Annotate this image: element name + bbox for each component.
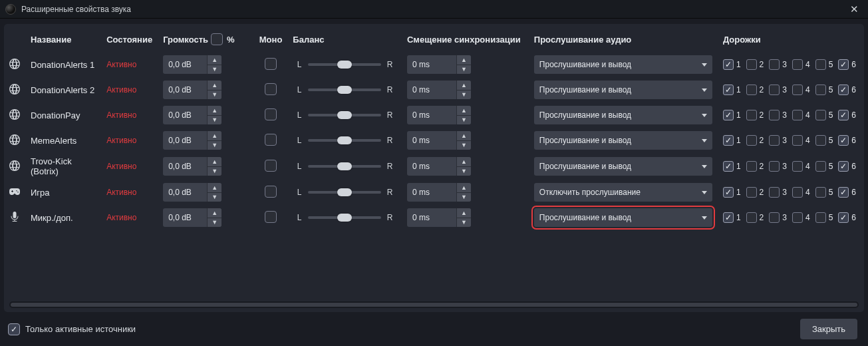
track-4-checkbox[interactable] [792, 187, 803, 198]
track-6-checkbox[interactable] [838, 212, 849, 223]
balance-slider[interactable] [308, 84, 381, 96]
chevron-down-icon[interactable]: ▼ [208, 65, 221, 75]
chevron-down-icon[interactable]: ▼ [457, 167, 471, 176]
track-2-checkbox[interactable] [746, 161, 757, 172]
monitoring-select[interactable]: Прослушивание и вывод [534, 81, 712, 99]
track-4-checkbox[interactable] [792, 59, 803, 70]
slider-thumb[interactable] [337, 214, 352, 222]
monitoring-select[interactable]: Прослушивание и вывод [534, 208, 712, 227]
volume-spinbox[interactable]: 0,0 dB▲▼ [163, 131, 221, 150]
chevron-up-icon[interactable]: ▲ [208, 81, 221, 90]
track-1-checkbox[interactable] [723, 85, 734, 95]
track-3-checkbox[interactable] [769, 110, 780, 120]
monitoring-select[interactable]: Прослушивание и вывод [534, 55, 712, 74]
monitoring-select[interactable]: Прослушивание и вывод [534, 131, 712, 150]
chevron-down-icon[interactable]: ▼ [208, 167, 221, 176]
balance-slider[interactable] [308, 186, 381, 198]
chevron-down-icon[interactable]: ▼ [208, 116, 221, 125]
chevron-down-icon[interactable]: ▼ [457, 65, 471, 75]
track-1-checkbox[interactable] [723, 59, 734, 70]
track-5-checkbox[interactable] [815, 212, 826, 223]
track-3-checkbox[interactable] [769, 59, 780, 70]
track-2-checkbox[interactable] [746, 59, 757, 70]
slider-thumb[interactable] [337, 136, 352, 144]
track-5-checkbox[interactable] [815, 161, 826, 172]
track-2-checkbox[interactable] [746, 85, 757, 95]
chevron-up-icon[interactable]: ▲ [208, 183, 221, 193]
slider-thumb[interactable] [337, 86, 352, 94]
volume-spinbox[interactable]: 0,0 dB▲▼ [163, 55, 221, 74]
chevron-up-icon[interactable]: ▲ [457, 157, 471, 167]
track-6-checkbox[interactable] [838, 135, 849, 146]
track-5-checkbox[interactable] [815, 187, 826, 198]
chevron-up-icon[interactable]: ▲ [457, 81, 471, 90]
mono-checkbox[interactable] [265, 83, 277, 95]
track-2-checkbox[interactable] [746, 187, 757, 198]
monitoring-select[interactable]: Прослушивание и вывод [534, 106, 712, 124]
track-3-checkbox[interactable] [769, 161, 780, 172]
track-3-checkbox[interactable] [769, 85, 780, 95]
balance-slider[interactable] [308, 212, 381, 224]
slider-thumb[interactable] [337, 188, 352, 196]
track-5-checkbox[interactable] [815, 135, 826, 146]
close-icon[interactable]: ✕ [846, 3, 863, 15]
slider-thumb[interactable] [337, 111, 352, 119]
track-6-checkbox[interactable] [838, 85, 849, 95]
active-sources-only-checkbox[interactable] [8, 323, 20, 335]
chevron-up-icon[interactable]: ▲ [457, 131, 471, 141]
chevron-up-icon[interactable]: ▲ [208, 55, 221, 65]
mono-checkbox[interactable] [265, 108, 277, 120]
sync-offset-spinbox[interactable]: 0 ms▲▼ [407, 157, 471, 176]
track-4-checkbox[interactable] [792, 85, 803, 95]
chevron-up-icon[interactable]: ▲ [457, 106, 471, 116]
percent-toggle-checkbox[interactable] [211, 33, 223, 45]
chevron-down-icon[interactable]: ▼ [457, 116, 471, 125]
track-6-checkbox[interactable] [838, 110, 849, 120]
sync-offset-spinbox[interactable]: 0 ms▲▼ [407, 131, 471, 150]
track-4-checkbox[interactable] [792, 135, 803, 146]
track-6-checkbox[interactable] [838, 59, 849, 70]
volume-spinbox[interactable]: 0,0 dB▲▼ [163, 106, 221, 124]
track-6-checkbox[interactable] [838, 161, 849, 172]
chevron-down-icon[interactable]: ▼ [208, 141, 221, 150]
mono-checkbox[interactable] [265, 211, 277, 223]
chevron-up-icon[interactable]: ▲ [208, 157, 221, 167]
volume-spinbox[interactable]: 0,0 dB▲▼ [163, 81, 221, 99]
chevron-down-icon[interactable]: ▼ [208, 193, 221, 202]
chevron-down-icon[interactable]: ▼ [457, 218, 471, 228]
chevron-down-icon[interactable]: ▼ [208, 218, 221, 228]
track-4-checkbox[interactable] [792, 110, 803, 120]
volume-spinbox[interactable]: 0,0 dB▲▼ [163, 208, 221, 227]
sync-offset-spinbox[interactable]: 0 ms▲▼ [407, 208, 471, 227]
track-5-checkbox[interactable] [815, 110, 826, 120]
track-2-checkbox[interactable] [746, 135, 757, 146]
chevron-down-icon[interactable]: ▼ [208, 90, 221, 100]
track-3-checkbox[interactable] [769, 135, 780, 146]
track-6-checkbox[interactable] [838, 187, 849, 198]
scrollbar-thumb[interactable] [11, 303, 857, 307]
volume-spinbox[interactable]: 0,0 dB▲▼ [163, 183, 221, 202]
balance-slider[interactable] [308, 109, 381, 121]
track-4-checkbox[interactable] [792, 161, 803, 172]
chevron-down-icon[interactable]: ▼ [457, 141, 471, 150]
chevron-up-icon[interactable]: ▲ [208, 106, 221, 116]
slider-thumb[interactable] [337, 162, 352, 170]
mono-checkbox[interactable] [265, 186, 277, 198]
chevron-up-icon[interactable]: ▲ [457, 208, 471, 218]
track-5-checkbox[interactable] [815, 85, 826, 95]
chevron-down-icon[interactable]: ▼ [457, 90, 471, 100]
sync-offset-spinbox[interactable]: 0 ms▲▼ [407, 55, 471, 74]
close-button[interactable]: Закрыть [800, 319, 857, 339]
monitoring-select[interactable]: Отключить прослушивание [534, 183, 712, 202]
track-2-checkbox[interactable] [746, 212, 757, 223]
chevron-up-icon[interactable]: ▲ [457, 55, 471, 65]
chevron-up-icon[interactable]: ▲ [208, 208, 221, 218]
chevron-up-icon[interactable]: ▲ [457, 183, 471, 193]
track-1-checkbox[interactable] [723, 212, 734, 223]
balance-slider[interactable] [308, 59, 381, 71]
balance-slider[interactable] [308, 134, 381, 146]
horizontal-scrollbar[interactable] [9, 301, 859, 308]
sync-offset-spinbox[interactable]: 0 ms▲▼ [407, 183, 471, 202]
slider-thumb[interactable] [337, 61, 352, 69]
chevron-down-icon[interactable]: ▼ [457, 193, 471, 202]
